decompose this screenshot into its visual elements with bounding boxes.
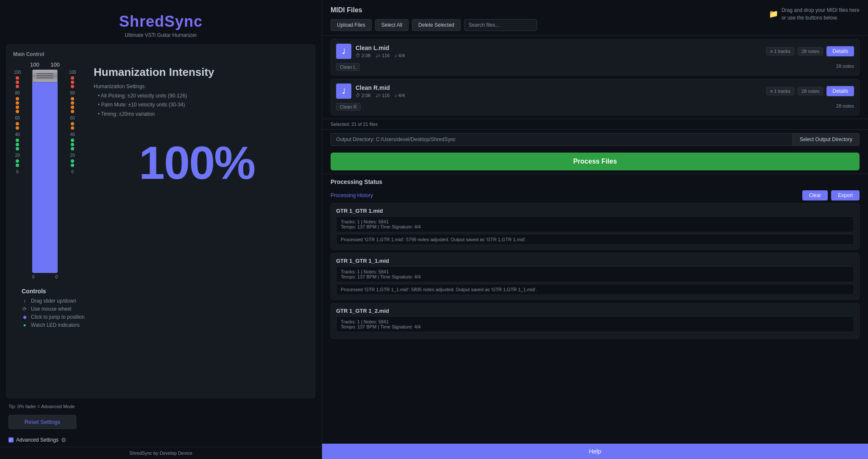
vu-dot [16,85,19,88]
main-control-section: Main Control 100 80 60 40 20 [6,45,315,398]
output-directory-path: Output Directory: C:/Users/devel/Desktop… [331,133,793,146]
clear-button[interactable]: Clear [802,190,828,200]
details-button[interactable]: Details [826,46,854,56]
vu-dot [16,101,19,105]
percent-display: 100% [94,136,300,189]
gear-icon[interactable]: ⚙ [61,437,67,443]
processing-section: Processing Status Processing History Cle… [322,174,868,443]
file-thumbnail: ♩ [336,83,351,99]
fader-handle[interactable] [32,70,58,82]
track-icon: ≡ [770,49,773,54]
reset-settings-button[interactable]: Reset Settings [8,415,76,429]
list-item: GTR 1_GTR 1_2.mid Tracks: 1 | Notes: 584… [331,303,860,339]
search-input[interactable] [464,19,537,31]
processing-history-label: Processing History [331,192,373,198]
status-bar: Selected: 21 of 21 files [322,119,868,129]
file-name: Clean L.mid [356,45,405,51]
process-files-button[interactable]: Process Files [331,153,860,170]
click-icon: ◆ [22,314,28,320]
export-button[interactable]: Export [831,190,860,200]
vu-dot [16,110,19,113]
app-title: ShredSync [8,13,313,31]
file-name: Clean R.mid [356,84,405,91]
processing-item-info: Tracks: 1 | Notes: 5841 Tempo: 137 BPM |… [336,216,854,232]
midi-section: MIDI Files Upload Files Select All Delet… [322,0,868,36]
details-button[interactable]: Details [826,86,854,96]
processing-item-title: GTR 1_GTR 1.mid [336,208,854,214]
fader[interactable]: 100 100 0 0 [30,61,60,279]
intensity-display: Humanization Intensity Humanization Sett… [85,61,309,194]
vu-dot [16,106,19,109]
note-badge: 28 notes [798,87,823,95]
vu-dot [16,122,19,125]
vu-dot [71,143,74,146]
vu-meter-left: 100 80 60 40 20 0 [13,61,22,175]
vu-dot [16,139,19,142]
processing-item-title: GTR 1_GTR 1_2.mid [336,308,854,314]
list-item: GTR 1_GTR 1.mid Tracks: 1 | Notes: 5841 … [331,203,860,250]
file-tag: Clean L [336,63,360,71]
vu-dot [71,164,74,167]
vu-meter-right: 100 80 60 40 20 0 [68,61,77,175]
vu-dot [16,143,19,146]
wheel-icon: ⟳ [22,306,28,312]
drop-zone: 📁 Drag and drop your MIDI files here or … [769,6,860,22]
drag-icon: ↕ [22,298,28,304]
upload-files-button[interactable]: Upload Files [331,19,372,31]
vu-dot [71,106,74,109]
advanced-settings-row: ✓ Advanced Settings ⚙ [0,433,322,447]
right-panel: MIDI Files Upload Files Select All Delet… [322,0,868,459]
file-meta: ⏱ 2:08 ♩= 116 ♪ 4/4 [356,53,405,58]
processing-item-info: Tracks: 1 | Notes: 5841 Tempo: 137 BPM |… [336,316,854,332]
vu-dot [71,147,74,150]
processing-header: Processing Status [322,174,868,188]
humanization-settings: Humanization Settings: • Alt Picking: ±2… [94,82,300,119]
list-item: ♩ Clean R.mid ⏱ 2:08 ♩= 116 ♪ 4/4 [331,79,860,115]
music-icon: ♪ [395,93,397,98]
clock-icon: ⏱ [356,53,360,58]
track-badge: ≡ 1 tracks [766,87,794,95]
vu-dot [71,159,74,163]
file-thumbnail: ♩ [336,44,351,59]
left-panel: ShredSync Ultimate VSTi Guitar Humanizer… [0,0,322,459]
vu-dot [16,147,19,150]
processing-title: Processing Status [331,178,860,185]
controls-title: Controls [22,288,300,295]
control-led: ● Watch LED indicators [22,322,300,328]
select-all-button[interactable]: Select All [375,19,409,31]
led-icon: ● [22,322,28,328]
track-icon: ≡ [770,89,773,94]
advanced-settings-checkbox[interactable]: ✓ [8,437,14,442]
controls-section: Controls ↕ Drag slider up/down ⟳ Use mou… [13,284,309,334]
fader-track[interactable] [32,70,58,273]
note-badge: 28 notes [798,47,823,56]
vu-dot [71,76,74,80]
track-badge: ≡ 1 tracks [766,47,794,56]
left-footer: ShredSync by Develop Device [0,447,322,459]
fader-area: 100 80 60 40 20 0 [13,61,309,279]
file-note-count: 28 notes [836,64,854,69]
delete-selected-button[interactable]: Delete Selected [412,19,461,31]
vu-dot [71,101,74,105]
app-header: ShredSync Ultimate VSTi Guitar Humanizer [0,0,322,40]
help-button[interactable]: Help [322,443,868,459]
vu-dot [71,122,74,125]
intensity-title: Humanization Intensity [94,66,300,79]
processing-item-result: Processed 'GTR 1,GTR 1.mid': 5799 notes … [336,234,854,245]
vu-dot [71,85,74,88]
music-icon: ♪ [395,53,397,58]
selection-status: Selected: 21 of 21 files [331,122,378,127]
vu-dot [71,81,74,84]
vu-dot [16,81,19,84]
main-control-label: Main Control [13,51,309,57]
select-output-directory-button[interactable]: Select Output Directory [793,133,860,146]
vu-dot [16,76,19,80]
vu-dot [71,139,74,142]
vu-dot [71,126,74,130]
list-item: ♩ Clean L.mid ⏱ 2:08 ♩= 116 ♪ 4/4 [331,39,860,75]
clock-icon: ⏱ [356,93,360,98]
processing-item-result: Processed 'GTR 1,GTR 1_1.mid': 5805 note… [336,284,854,295]
output-dir-row: Output Directory: C:/Users/devel/Desktop… [322,129,868,149]
processing-item-title: GTR 1_GTR 1_1.mid [336,258,854,264]
file-tag: Clean R [336,103,361,111]
